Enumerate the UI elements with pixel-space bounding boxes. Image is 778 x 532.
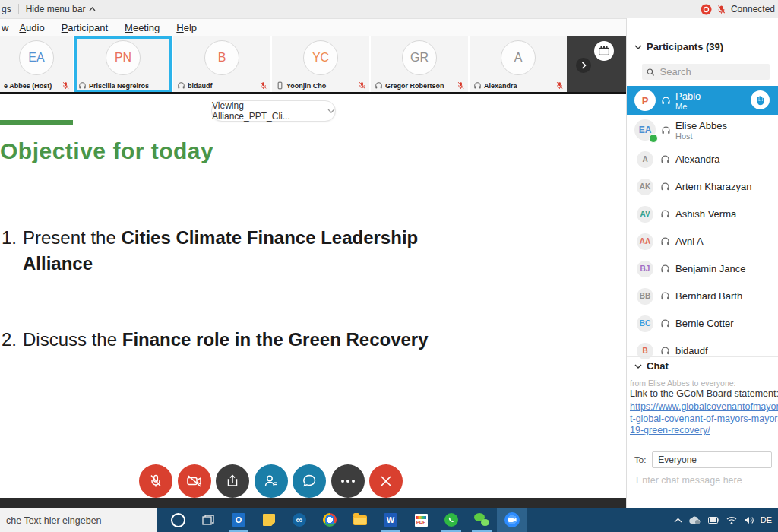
viewing-source-label: Viewing Alliance_PPT_Cli... [212,100,323,122]
avatar: B [642,347,647,355]
participant-name: Yoonjin Cho [286,82,356,90]
participant-row-ashish-verma[interactable]: AV Ashish Verma [627,201,778,226]
menu-item-audio[interactable]: Audio [19,22,44,33]
video-tile-bidaudf[interactable]: B bidaudf [173,36,270,92]
gallery-view-button[interactable] [594,41,614,61]
recipient-select[interactable]: Everyone [652,451,772,468]
link-line[interactable]: t-global-covenant-of-mayors-mayoral-b [630,413,778,426]
hide-menu-bar-label: Hide menu bar [26,4,86,14]
wifi-icon[interactable] [726,516,737,524]
to-label: To: [634,455,646,464]
cortana-button[interactable] [163,508,193,532]
wechat-button[interactable] [466,508,497,532]
avatar: P [642,95,649,106]
participant-row-bernie-cotter[interactable]: BC Bernie Cotter [627,311,778,336]
participant-name: Priscilla Negreiros [89,82,169,90]
chevron-down-icon [634,364,642,369]
start-video-button[interactable] [178,464,211,498]
slide-list-item-1: 1. Present the Cities Climate Finance Le… [2,225,480,277]
connection-status: Connected [731,4,775,14]
video-tile-alexandra[interactable]: A Alexandra [470,36,567,92]
speaker-icon[interactable] [744,516,754,524]
file-explorer-icon [353,515,367,525]
participant-row-artem-kharazyan[interactable]: AK Artem Kharazyan [627,174,778,199]
muted-mic-icon [716,5,726,14]
hide-menu-bar-button[interactable]: Hide menu bar [26,4,96,14]
viewing-source-dropdown[interactable]: Viewing Alliance_PPT_Cli... [211,100,336,122]
avatar: BB [640,292,650,300]
word-app-button[interactable]: W [375,508,406,532]
menu-item-help[interactable]: Help [176,22,197,33]
participant-row-pablo-me[interactable]: P Pablo Me [627,86,778,115]
participant-name: Benjamin Jance [675,263,746,274]
raised-hand-button[interactable] [751,90,770,109]
menu-item-meeting[interactable]: Meeting [125,22,160,33]
video-tile-elise-abbes[interactable]: EA e Abbes (Host) [0,36,73,92]
participant-row-avni-a[interactable]: AA Avni A [627,229,778,254]
participant-row-bernhard-barth[interactable]: BB Bernhard Barth [627,283,778,309]
participant-row-benjamin-jance[interactable]: BJ Benjamin Jance [627,256,778,281]
whatsapp-button[interactable] [436,508,466,532]
participant-name: Avni A [675,236,704,247]
chrome-button[interactable] [315,508,345,532]
leave-meeting-button[interactable] [369,464,403,498]
sticky-notes-icon [263,514,275,526]
chat-message-input[interactable] [634,474,778,486]
chat-button[interactable] [293,464,326,498]
participant-name: Bernhard Barth [675,290,742,302]
muted-mic-icon [457,81,465,90]
list-number: 2. [2,327,23,353]
share-screen-button[interactable] [216,464,249,498]
pdf-app-button[interactable]: PDF [406,508,436,532]
sticky-notes-button[interactable] [254,508,284,532]
participant-role: Host [675,131,727,141]
headset-icon [177,81,185,90]
share-icon [225,473,240,489]
headset-icon [78,81,87,90]
chat-message-link[interactable]: https://www.globalcovenantofmayors.or t-… [630,401,778,437]
video-tile-priscilla-negreiros-active-speaker[interactable]: PN Priscilla Negreiros [74,36,172,92]
zoom-app-button-active[interactable] [497,508,527,532]
search-input[interactable] [659,65,766,78]
battery-icon[interactable] [708,517,719,524]
headset-icon [661,96,671,106]
task-view-icon [202,515,214,525]
language-indicator[interactable]: DE [761,515,772,524]
chat-section-header[interactable]: Chat [634,360,669,372]
avatar: A [642,155,647,163]
onedrive-cloud-icon[interactable] [689,516,701,524]
headset-icon [660,346,670,356]
participant-row-elise-abbes[interactable]: EA Elise Abbes Host [627,116,778,144]
taskbar-search-box[interactable]: che Text hier eingeben [0,508,157,532]
raised-hand-icon [755,95,765,106]
meeting-toolbar [139,464,403,498]
menu-item-partial[interactable]: w [2,22,8,33]
pdf-icon: PDF [416,520,425,524]
participant-row-alexandra[interactable]: A Alexandra [627,147,778,172]
video-tile-gregor-robertson[interactable]: GR Gregor Robertson [371,36,468,92]
avatar: B [218,51,226,65]
infinity-app-button[interactable]: ∞ [284,508,315,532]
avatar: EA [639,125,652,135]
unmute-button[interactable] [139,464,172,498]
participants-button[interactable] [255,464,288,498]
video-tile-yoonjin-cho[interactable]: YC Yoonjin Cho [272,36,369,92]
outlook-app-button[interactable]: O [223,508,254,532]
chevron-right-icon [581,62,587,69]
participants-search[interactable] [642,64,770,80]
menu-item-participant[interactable]: Participant [62,22,108,33]
link-line[interactable]: 19-green-recovery/ [630,425,778,437]
participants-section-header[interactable]: Participants (39) [634,41,723,52]
ellipsis-icon [341,480,355,483]
chat-title: Chat [647,360,669,372]
more-options-button[interactable] [331,464,365,498]
titlebar-divider [18,4,19,14]
link-line[interactable]: https://www.globalcovenantofmayors.or [630,401,778,413]
headset-icon [660,236,670,246]
infinity-icon: ∞ [293,513,306,527]
tray-expand-icon[interactable] [674,518,682,523]
task-view-button[interactable] [193,508,223,532]
file-explorer-button[interactable] [345,508,375,532]
next-participants-button[interactable] [576,58,591,73]
close-icon [380,475,392,487]
